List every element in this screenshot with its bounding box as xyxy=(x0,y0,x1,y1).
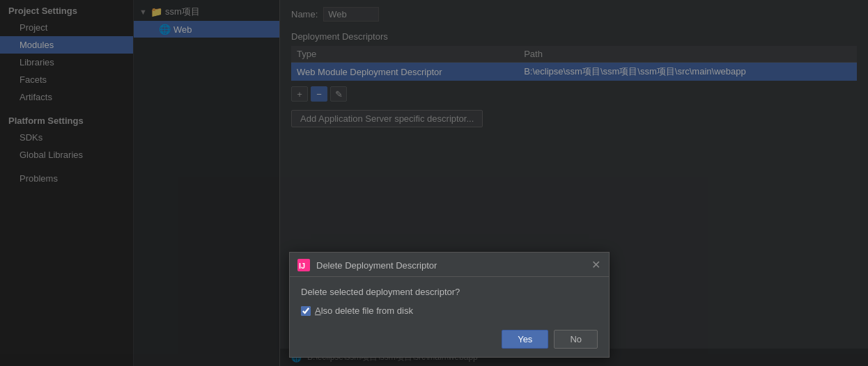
web-module-icon: 🌐 xyxy=(159,24,171,35)
modal-checkbox-row: Also delete file from disk xyxy=(301,305,598,316)
deployment-descriptors-title: Deployment Descriptors xyxy=(291,31,857,42)
tree-item-label-web: Web xyxy=(173,24,192,35)
col-type: Type xyxy=(291,46,518,63)
modal-buttons: Yes No xyxy=(301,326,598,350)
table-actions: + − ✎ xyxy=(291,86,857,102)
name-value: Web xyxy=(323,7,379,22)
name-label: Name: xyxy=(291,9,318,19)
checkbox-underline-char: A xyxy=(315,305,321,316)
sidebar: Project Settings Project Modules Librari… xyxy=(0,0,134,366)
modal-title-left: IJ Delete Deployment Descriptor xyxy=(297,258,437,272)
no-button[interactable]: No xyxy=(554,330,598,349)
checkbox-label-rest: lso delete file from disk xyxy=(321,305,413,316)
sidebar-item-global-libraries[interactable]: Global Libraries xyxy=(0,146,133,164)
svg-text:IJ: IJ xyxy=(299,262,305,270)
sidebar-item-libraries[interactable]: Libraries xyxy=(0,54,133,71)
cell-type: Web Module Deployment Descriptor xyxy=(291,63,518,81)
project-settings-section-title: Project Settings xyxy=(0,0,133,19)
sidebar-item-problems[interactable]: Problems xyxy=(0,168,133,187)
modal-dialog: IJ Delete Deployment Descriptor ✕ Delete… xyxy=(289,252,610,358)
expand-icon: ▼ xyxy=(139,8,150,16)
platform-settings-section-title: Platform Settings xyxy=(0,106,133,129)
modal-title-text: Delete Deployment Descriptor xyxy=(316,260,437,271)
modal-titlebar: IJ Delete Deployment Descriptor ✕ xyxy=(290,253,609,277)
remove-descriptor-button[interactable]: − xyxy=(311,86,327,102)
sidebar-item-modules[interactable]: Modules xyxy=(0,36,133,54)
intellij-logo-icon: IJ xyxy=(297,259,310,271)
add-descriptor-button[interactable]: + xyxy=(291,86,308,102)
edit-descriptor-button[interactable]: ✎ xyxy=(330,86,347,102)
tree-item-web[interactable]: 🌐 Web xyxy=(134,21,279,38)
delete-file-checkbox[interactable] xyxy=(301,306,311,316)
modal-question-text: Delete selected deployment descriptor? xyxy=(301,287,598,297)
tree-item-ssm-project[interactable]: ▼ 📁 ssm项目 xyxy=(134,3,279,21)
sidebar-item-artifacts[interactable]: Artifacts xyxy=(0,88,133,106)
name-row: Name: Web xyxy=(291,7,857,22)
descriptor-table: Type Path Web Module Deployment Descript… xyxy=(291,46,857,81)
modal-close-button[interactable]: ✕ xyxy=(590,260,602,271)
col-path: Path xyxy=(518,46,857,63)
yes-button[interactable]: Yes xyxy=(502,330,548,349)
tree-item-label-ssm-project: ssm项目 xyxy=(165,6,200,18)
module-tree-panel: ▼ 📁 ssm项目 🌐 Web xyxy=(134,0,280,366)
add-application-server-button[interactable]: Add Application Server specific descript… xyxy=(291,110,483,127)
modal-icon: IJ xyxy=(297,258,311,272)
sidebar-item-sdks[interactable]: SDKs xyxy=(0,129,133,146)
modal-body: Delete selected deployment descriptor? A… xyxy=(290,277,609,357)
folder-icon: 📁 xyxy=(150,6,162,17)
sidebar-item-facets[interactable]: Facets xyxy=(0,71,133,88)
sidebar-item-project[interactable]: Project xyxy=(0,19,133,36)
modal-checkbox-label: Also delete file from disk xyxy=(315,305,413,316)
table-row[interactable]: Web Module Deployment Descriptor B:\ecli… xyxy=(291,63,857,81)
cell-path: B:\eclipse\ssm项目\ssm项目\ssm项目\src\main\we… xyxy=(518,63,857,81)
